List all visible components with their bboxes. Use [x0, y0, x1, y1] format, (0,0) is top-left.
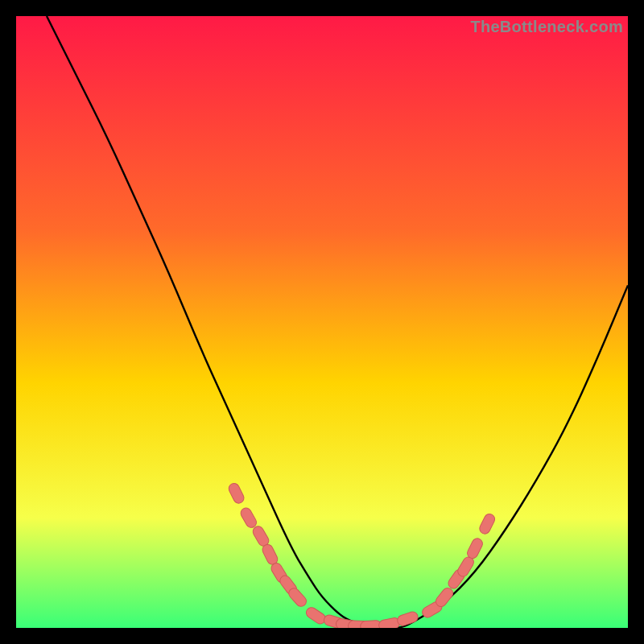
chart-svg — [16, 16, 628, 628]
watermark-text: TheBottleneck.com — [470, 18, 623, 36]
chart-frame: TheBottleneck.com — [16, 16, 628, 628]
gradient-background — [16, 16, 628, 628]
curve-marker — [360, 620, 382, 628]
